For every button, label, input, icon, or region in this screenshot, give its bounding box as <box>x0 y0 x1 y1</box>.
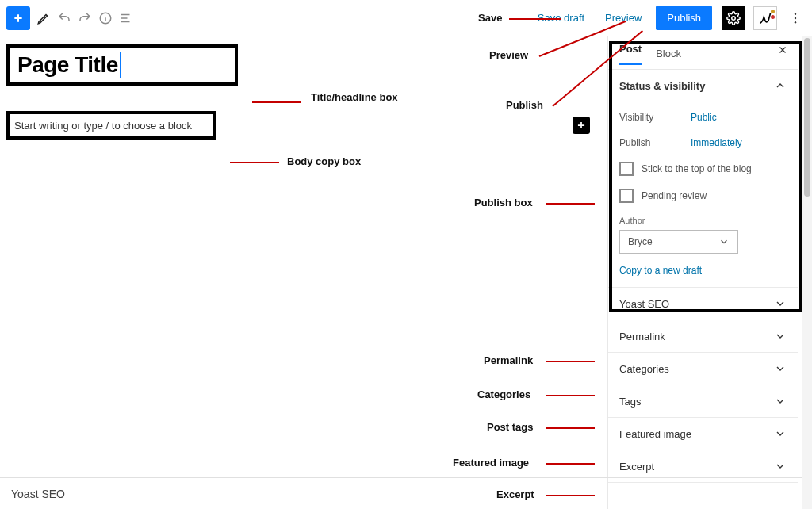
status-bar-label: Yoast SEO <box>11 488 65 500</box>
publish-label: Publish <box>619 137 691 148</box>
annotation-line <box>230 162 279 163</box>
close-sidebar-button[interactable] <box>777 44 788 55</box>
visibility-label: Visibility <box>619 112 691 123</box>
svg-point-3 <box>795 17 796 18</box>
page-title-text: Page Title <box>17 52 118 78</box>
panel-title: Excerpt <box>619 461 654 473</box>
annotation-save: Save <box>478 12 502 24</box>
scrollbar-thumb[interactable] <box>804 38 810 197</box>
panel-head-status[interactable]: Status & visibility <box>608 70 798 101</box>
panel-featured-image: Featured image <box>608 418 798 450</box>
more-menu-button[interactable] <box>785 8 806 29</box>
annotation-publish: Publish <box>506 99 543 111</box>
toolbar-right: Save draft Preview Publish <box>531 6 806 30</box>
toolbar-left <box>6 6 133 30</box>
annotation-preview: Preview <box>489 49 528 61</box>
chevron-down-icon <box>774 297 787 310</box>
row-pending: Pending review <box>619 182 787 209</box>
chevron-down-icon <box>774 362 787 375</box>
row-sticky: Stick to the top of the blog <box>619 155 787 182</box>
settings-button[interactable] <box>722 6 745 30</box>
redo-button[interactable] <box>78 11 92 25</box>
panel-title: Yoast SEO <box>619 298 669 310</box>
edit-mode-button[interactable] <box>36 11 51 25</box>
panel-head-permalink[interactable]: Permalink <box>608 320 798 352</box>
close-icon <box>777 44 788 55</box>
annotation-line <box>252 101 301 103</box>
svg-point-1 <box>732 16 736 20</box>
tab-block[interactable]: Block <box>656 46 681 59</box>
insert-block-inline-button[interactable] <box>573 117 590 134</box>
panel-head-categories[interactable]: Categories <box>608 353 798 385</box>
copy-new-draft-link[interactable]: Copy to a new draft <box>619 265 702 276</box>
ellipsis-vertical-icon <box>788 11 802 25</box>
page-title-input[interactable]: Page Title <box>6 44 238 86</box>
annotation-line <box>546 463 595 465</box>
annotation-title-box: Title/headline box <box>311 91 406 105</box>
panel-body-status: Visibility Public Publish Immediately St… <box>608 101 798 287</box>
annotation-tags: Post tags <box>487 421 534 433</box>
chevron-down-icon <box>774 427 787 440</box>
undo-icon <box>57 11 71 25</box>
author-label: Author <box>619 216 787 225</box>
annotation-excerpt: Excerpt <box>496 488 534 500</box>
chevron-down-icon <box>774 395 787 408</box>
panel-head-yoast[interactable]: Yoast SEO <box>608 288 798 320</box>
sticky-label: Stick to the top of the blog <box>642 163 752 174</box>
panel-tags: Tags <box>608 385 798 418</box>
annotation-line <box>546 495 595 496</box>
annotation-categories: Categories <box>477 388 530 400</box>
outline-button[interactable] <box>119 11 133 25</box>
text-caret <box>120 52 121 78</box>
bottom-status-bar: Yoast SEO <box>0 477 802 509</box>
add-block-button[interactable] <box>6 6 30 30</box>
info-button[interactable] <box>98 11 113 25</box>
annotation-publish-box: Publish box <box>474 197 533 209</box>
panel-status-visibility: Status & visibility Visibility Public Pu… <box>608 70 798 288</box>
yoast-indicator-icon <box>771 10 775 19</box>
gear-icon <box>726 11 741 25</box>
plus-icon <box>12 12 25 25</box>
redo-icon <box>78 11 92 25</box>
annotation-line <box>546 395 595 396</box>
panel-head-tags[interactable]: Tags <box>608 385 798 417</box>
chevron-up-icon <box>774 79 787 92</box>
info-icon <box>98 11 113 25</box>
svg-point-2 <box>795 13 796 14</box>
panel-title: Categories <box>619 363 669 375</box>
preview-button[interactable]: Preview <box>599 7 648 29</box>
pending-label: Pending review <box>642 190 707 201</box>
publish-value[interactable]: Immediately <box>691 137 742 148</box>
visibility-value[interactable]: Public <box>691 112 717 123</box>
list-icon <box>119 11 133 25</box>
svg-point-4 <box>795 21 796 23</box>
pencil-icon <box>36 11 51 25</box>
sidebar-tabs: Post Block <box>608 36 798 70</box>
scrollbar-track[interactable] <box>802 36 812 509</box>
publish-button[interactable]: Publish <box>656 6 712 30</box>
undo-button[interactable] <box>57 11 71 25</box>
chevron-down-icon <box>774 330 787 343</box>
panel-yoast: Yoast SEO <box>608 288 798 320</box>
panel-title: Featured image <box>619 428 691 440</box>
tab-post[interactable]: Post <box>619 41 642 65</box>
pending-checkbox[interactable] <box>619 189 634 203</box>
annotation-line <box>546 361 595 362</box>
yoast-button[interactable] <box>753 6 777 30</box>
body-placeholder-text: Start writing or type / to choose a bloc… <box>14 120 192 132</box>
panel-head-featured[interactable]: Featured image <box>608 418 798 450</box>
annotation-line <box>546 427 595 429</box>
author-value: Bryce <box>628 236 653 247</box>
annotation-body-box: Body copy box <box>287 155 361 167</box>
panel-categories: Categories <box>608 353 798 385</box>
sticky-checkbox[interactable] <box>619 162 634 176</box>
author-select[interactable]: Bryce <box>619 230 738 254</box>
chevron-down-icon <box>774 460 787 473</box>
panel-title: Tags <box>619 396 641 408</box>
body-copy-input[interactable]: Start writing or type / to choose a bloc… <box>6 111 216 140</box>
settings-sidebar: Post Block Status & visibility Visibilit… <box>607 36 798 509</box>
panel-title: Status & visibility <box>619 80 705 92</box>
annotation-line <box>509 18 561 20</box>
row-publish: Publish Immediately <box>619 130 787 155</box>
annotation-featured: Featured image <box>453 457 529 469</box>
